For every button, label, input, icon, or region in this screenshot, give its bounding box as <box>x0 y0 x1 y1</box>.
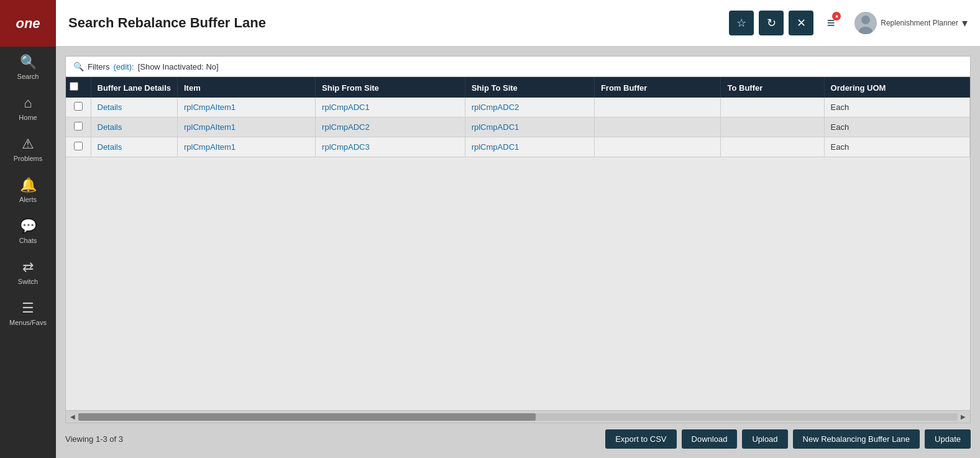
filter-edit-link[interactable]: (edit): <box>113 62 134 71</box>
row-ordering-uom-cell: Each <box>824 117 969 137</box>
app-logo[interactable]: one <box>0 0 56 47</box>
footer-buttons: Export to CSV Download Upload New Rebala… <box>605 429 971 449</box>
avatar <box>854 12 877 34</box>
th-ship-to-site: Ship To Site <box>465 77 594 98</box>
th-from-buffer-label: From Buffer <box>601 83 647 93</box>
sidebar-item-label: Switch <box>18 278 38 285</box>
row-ship-to-cell: rplCmpADC1 <box>465 137 594 157</box>
footer: Viewing 1-3 of 3 Export to CSV Download … <box>65 423 971 449</box>
th-checkbox <box>66 77 91 98</box>
ship-from-link[interactable]: rplCmpADC1 <box>322 103 370 112</box>
th-ordering-uom: Ordering UOM <box>824 77 969 98</box>
row-checkbox-cell <box>66 117 91 137</box>
row-item-cell: rplCmpAItem1 <box>177 117 315 137</box>
th-item-label: Item <box>184 83 201 93</box>
th-to-buffer-label: To Buffer <box>727 83 762 93</box>
table-row: Details rplCmpAItem1 rplCmpADC2 rplCmpAD… <box>66 117 970 137</box>
th-ship-from-site: Ship From Site <box>316 77 465 98</box>
home-icon: ⌂ <box>24 95 32 111</box>
th-to-buffer: To Buffer <box>721 77 824 98</box>
close-button[interactable]: ✕ <box>789 11 813 35</box>
row-ship-from-cell: rplCmpADC3 <box>316 137 465 157</box>
user-section: Replenishment Planner ▾ <box>854 12 968 34</box>
row-to-buffer-cell <box>721 98 824 117</box>
new-rebalancing-buffer-lane-button[interactable]: New Rebalancing Buffer Lane <box>793 429 920 449</box>
scroll-right-arrow[interactable]: ▶ <box>959 413 968 420</box>
table-scroll[interactable]: Buffer Lane Details Item Ship From Site … <box>66 77 970 410</box>
sidebar-item-label: Search <box>17 73 39 80</box>
logo-text: one <box>16 16 40 32</box>
row-details-cell: Details <box>91 137 177 157</box>
horizontal-scrollbar[interactable]: ◀ ▶ <box>66 410 970 423</box>
sidebar-item-chats[interactable]: 💬 Chats <box>0 211 56 252</box>
sidebar-item-label: Home <box>19 114 37 121</box>
export-csv-button[interactable]: Export to CSV <box>605 429 676 449</box>
sidebar-item-menus[interactable]: ☰ Menus/Favs <box>0 293 56 334</box>
row-to-buffer-cell <box>721 137 824 157</box>
ship-to-link[interactable]: rplCmpADC1 <box>472 142 520 152</box>
row-checkbox[interactable] <box>74 102 83 111</box>
sidebar-item-label: Alerts <box>19 196 37 203</box>
table-row: Details rplCmpAItem1 rplCmpADC3 rplCmpAD… <box>66 137 970 157</box>
filter-bar: 🔍 Filters (edit): [Show Inactivated: No] <box>65 56 971 77</box>
problems-icon: ⚠ <box>22 136 34 152</box>
user-dropdown-arrow[interactable]: ▾ <box>962 16 968 30</box>
row-checkbox[interactable] <box>74 122 83 131</box>
ship-from-link[interactable]: rplCmpADC3 <box>322 142 370 152</box>
item-link[interactable]: rplCmpAItem1 <box>184 103 236 112</box>
badge-star-icon: ★ <box>835 14 839 19</box>
th-from-buffer: From Buffer <box>594 77 721 98</box>
sidebar-item-label: Menus/Favs <box>9 319 47 326</box>
star-button[interactable]: ☆ <box>729 11 754 35</box>
viewing-info: Viewing 1-3 of 3 <box>65 434 123 444</box>
item-link[interactable]: rplCmpAItem1 <box>184 122 236 132</box>
menus-icon: ☰ <box>22 300 34 316</box>
refresh-button[interactable]: ↻ <box>759 11 784 35</box>
user-role: Replenishment Planner <box>881 19 958 27</box>
select-all-checkbox[interactable] <box>70 82 78 91</box>
row-ordering-uom-cell: Each <box>824 98 969 117</box>
row-details-cell: Details <box>91 98 177 117</box>
sidebar-item-search[interactable]: 🔍 Search <box>0 47 56 88</box>
upload-button[interactable]: Upload <box>742 429 787 449</box>
row-from-buffer-cell <box>594 98 721 117</box>
th-buffer-lane-details-label: Buffer Lane Details <box>98 83 171 93</box>
alerts-icon: 🔔 <box>20 177 37 193</box>
sidebar-item-problems[interactable]: ⚠ Problems <box>0 129 56 170</box>
sidebar-item-home[interactable]: ⌂ Home <box>0 88 56 129</box>
details-link[interactable]: Details <box>98 142 122 152</box>
ship-to-link[interactable]: rplCmpADC1 <box>472 122 520 132</box>
th-item: Item <box>177 77 315 98</box>
svg-point-1 <box>861 16 870 24</box>
content-area: 🔍 Filters (edit): [Show Inactivated: No]… <box>56 47 980 458</box>
details-link[interactable]: Details <box>98 103 122 112</box>
item-link[interactable]: rplCmpAItem1 <box>184 142 236 152</box>
row-to-buffer-cell <box>721 117 824 137</box>
update-button[interactable]: Update <box>925 429 971 449</box>
scroll-thumb[interactable] <box>78 413 536 421</box>
search-icon: 🔍 <box>20 54 37 70</box>
row-checkbox[interactable] <box>74 142 83 150</box>
scroll-left-arrow[interactable]: ◀ <box>68 413 77 420</box>
details-link[interactable]: Details <box>98 122 122 132</box>
download-button[interactable]: Download <box>682 429 738 449</box>
filter-search-icon: 🔍 <box>73 62 84 71</box>
header: Search Rebalance Buffer Lane ☆ ↻ ✕ ≡ ★ <box>56 0 980 47</box>
ship-to-link[interactable]: rplCmpADC2 <box>472 103 520 112</box>
header-actions: ☆ ↻ ✕ ≡ ★ Replenishment Planner ▾ <box>729 11 968 35</box>
sidebar-item-alerts[interactable]: 🔔 Alerts <box>0 170 56 211</box>
scroll-track[interactable] <box>78 413 958 421</box>
notification-badge: ★ <box>832 12 841 21</box>
sidebar-item-switch[interactable]: ⇄ Switch <box>0 252 56 293</box>
notifications-button[interactable]: ≡ ★ <box>818 11 843 35</box>
switch-icon: ⇄ <box>22 259 34 275</box>
page-title: Search Rebalance Buffer Lane <box>68 15 729 31</box>
table-body: Details rplCmpAItem1 rplCmpADC1 rplCmpAD… <box>66 98 970 157</box>
ship-from-link[interactable]: rplCmpADC2 <box>322 122 370 132</box>
table-row: Details rplCmpAItem1 rplCmpADC1 rplCmpAD… <box>66 98 970 117</box>
row-checkbox-cell <box>66 98 91 117</box>
sidebar: one 🔍 Search ⌂ Home ⚠ Problems 🔔 Alerts … <box>0 0 56 458</box>
row-item-cell: rplCmpAItem1 <box>177 98 315 117</box>
avatar-image <box>854 12 877 34</box>
row-details-cell: Details <box>91 117 177 137</box>
